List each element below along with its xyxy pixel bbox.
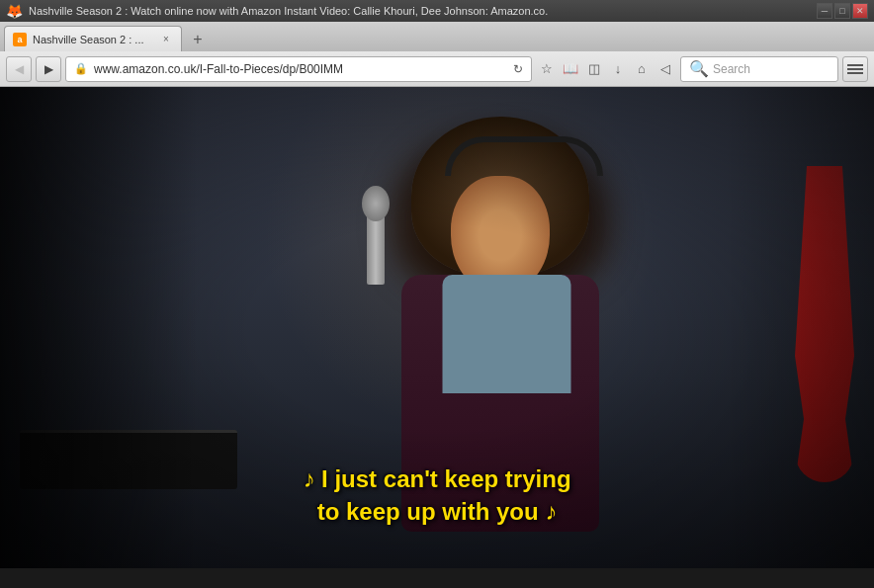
tab-close-button[interactable]: × — [159, 33, 173, 46]
back-icon: ◀ — [15, 62, 24, 76]
address-bar[interactable]: 🔒 www.amazon.co.uk/I-Fall-to-Pieces/dp/B… — [65, 56, 532, 82]
lock-icon: 🔒 — [74, 62, 88, 75]
search-icon: 🔍 — [689, 59, 709, 78]
subtitle-line-1: ♪ I just can't keep trying — [0, 462, 874, 496]
home-button[interactable]: ⌂ — [631, 58, 653, 80]
download-icon: ↓ — [615, 61, 622, 76]
menu-icon-line3 — [847, 72, 863, 74]
share-button[interactable]: ◁ — [655, 58, 676, 80]
close-button[interactable]: ✕ — [852, 3, 868, 19]
window-controls: ─ □ ✕ — [817, 3, 868, 19]
pocket-icon: ◫ — [588, 61, 600, 76]
download-button[interactable]: ↓ — [607, 58, 629, 80]
video-player[interactable]: ♪ I just can't keep trying to keep up wi… — [0, 87, 874, 568]
menu-icon-line1 — [847, 64, 863, 66]
forward-button[interactable]: ▶ — [36, 56, 61, 82]
microphone — [367, 206, 385, 285]
forward-icon: ▶ — [44, 62, 53, 76]
subtitles-container: ♪ I just can't keep trying to keep up wi… — [0, 462, 874, 529]
reload-button[interactable]: ↻ — [513, 62, 523, 76]
tab-bar: a Nashville Season 2 : ... × + — [0, 22, 874, 51]
back-button[interactable]: ◀ — [6, 56, 32, 82]
share-icon: ◁ — [660, 61, 670, 76]
title-bar: 🦊 Nashville Season 2 : Watch online now … — [0, 0, 874, 22]
url-text: www.amazon.co.uk/I-Fall-to-Pieces/dp/B00… — [94, 62, 507, 76]
maximize-button[interactable]: □ — [834, 3, 850, 19]
firefox-icon: 🦊 — [6, 3, 23, 19]
tab-label: Nashville Season 2 : ... — [33, 34, 153, 45]
pocket-button[interactable]: ◫ — [583, 58, 605, 80]
star-icon: ☆ — [541, 61, 553, 76]
tab-favicon: a — [13, 33, 27, 46]
video-scene: ♪ I just can't keep trying to keep up wi… — [0, 87, 874, 568]
nav-icons-group: ☆ 📖 ◫ ↓ ⌂ ◁ — [536, 58, 676, 80]
microphone-head — [362, 186, 390, 221]
menu-button[interactable] — [842, 56, 868, 82]
bookmark-star-button[interactable]: ☆ — [536, 58, 558, 80]
window-title: Nashville Season 2 : Watch online now wi… — [29, 5, 811, 17]
reader-icon: 📖 — [563, 61, 578, 76]
reading-list-button[interactable]: 📖 — [560, 58, 581, 80]
subtitle-line-2: to keep up with you ♪ — [0, 495, 874, 529]
home-icon: ⌂ — [638, 61, 646, 76]
minimize-button[interactable]: ─ — [817, 3, 832, 19]
navigation-bar: ◀ ▶ 🔒 www.amazon.co.uk/I-Fall-to-Pieces/… — [0, 51, 874, 87]
search-bar[interactable]: 🔍 Search — [680, 56, 838, 82]
new-tab-button[interactable]: + — [186, 28, 210, 51]
active-tab[interactable]: a Nashville Season 2 : ... × — [4, 26, 182, 51]
search-placeholder: Search — [713, 62, 750, 76]
menu-icon-line2 — [847, 68, 863, 70]
